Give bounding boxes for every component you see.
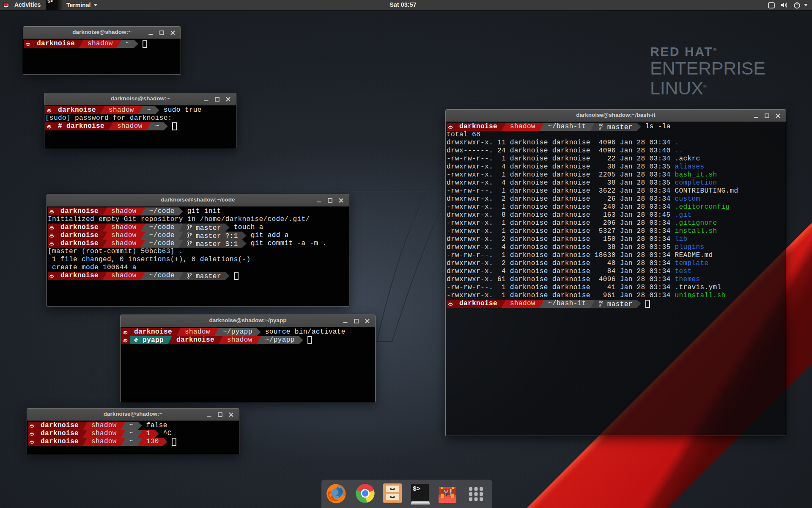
svg-text:$>: $> [413,486,420,493]
